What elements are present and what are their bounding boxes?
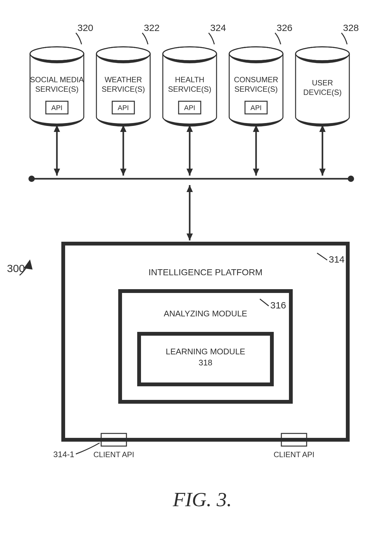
ref-number: 326 [277,22,292,33]
client-api-label: CLIENT API [94,450,134,459]
api-label: API [118,104,129,112]
source-label-1: SOCIAL MEDIA [30,75,84,84]
source-label-1: USER [312,78,333,87]
source-label-2: SERVICE(S) [235,85,278,93]
ref-number: 320 [77,22,93,33]
svg-point-15 [28,176,35,182]
source-user-device: 328 USER DEVICE(S) [296,22,359,127]
learning-ref: 318 [199,358,212,367]
source-label-2: SERVICE(S) [35,85,79,93]
diagram-root: 300 320 SOCIAL MEDIA SERVICE(S) API 322 [0,0,392,541]
source-consumer: 326 CONSUMER SERVICE(S) API [229,22,292,127]
figure-ref: 300 [7,259,33,275]
ref-number: 324 [210,22,226,33]
client-api-ref: 314-1 [53,450,75,459]
ref-number: 328 [343,22,359,33]
client-api-right: CLIENT API [274,433,315,459]
api-label: API [184,104,195,112]
client-api-label: CLIENT API [274,450,315,459]
source-label-2: SERVICE(S) [102,85,145,93]
source-label-2: SERVICE(S) [168,85,211,93]
ref-number: 322 [144,22,160,33]
source-health: 324 HEALTH SERVICE(S) API [163,22,226,127]
analyzing-title: ANALYZING MODULE [164,309,247,318]
source-label-1: HEALTH [175,75,205,84]
source-label-2: DEVICE(S) [303,88,341,96]
api-label: API [250,104,261,112]
figure-caption: FIG. 3. [173,488,232,511]
source-label-1: WEATHER [105,75,142,84]
learning-module: LEARNING MODULE 318 [139,334,272,384]
bus [28,176,354,182]
learning-title: LEARNING MODULE [166,347,245,356]
platform-ref: 314 [329,254,345,264]
svg-point-16 [348,176,354,182]
client-api-left: CLIENT API 314-1 [53,433,134,459]
api-label: API [51,104,62,112]
source-social-media: 320 SOCIAL MEDIA SERVICE(S) API [30,22,93,127]
source-label-1: CONSUMER [234,75,278,84]
intelligence-platform: 314 INTELLIGENCE PLATFORM 316 ANALYZING … [53,244,348,459]
analyzing-module: 316 ANALYZING MODULE LEARNING MODULE 318 [120,291,291,402]
source-weather: 322 WEATHER SERVICE(S) API [96,22,160,127]
platform-title: INTELLIGENCE PLATFORM [149,267,262,277]
source-connectors [54,125,326,176]
platform-connector [187,185,193,240]
analyzing-ref: 316 [270,300,286,310]
